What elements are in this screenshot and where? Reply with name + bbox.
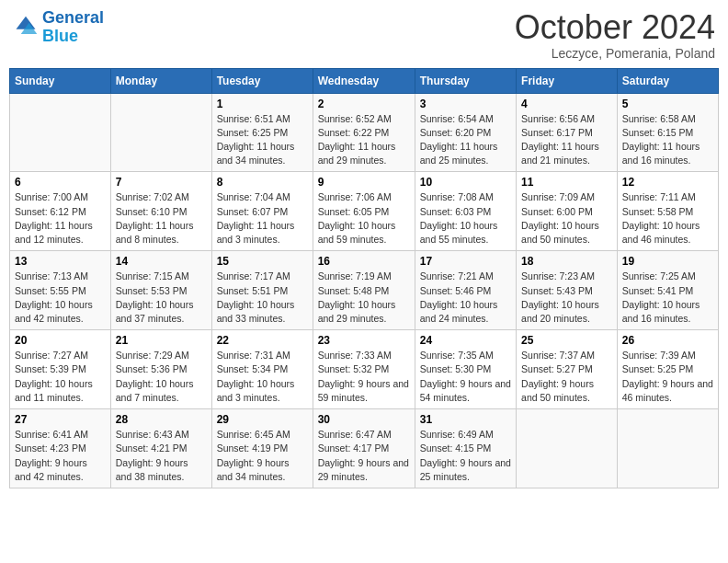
day-number: 21 bbox=[116, 334, 207, 347]
day-number: 19 bbox=[622, 255, 713, 268]
day-info: Sunrise: 6:41 AMSunset: 4:23 PMDaylight:… bbox=[15, 428, 106, 484]
month-title: October 2024 bbox=[515, 9, 715, 46]
day-number: 25 bbox=[521, 334, 612, 347]
day-number: 28 bbox=[116, 413, 207, 426]
day-number: 7 bbox=[116, 176, 207, 189]
title-block: October 2024 Leczyce, Pomerania, Poland bbox=[515, 9, 715, 61]
day-info: Sunrise: 6:58 AMSunset: 6:15 PMDaylight:… bbox=[622, 112, 713, 168]
calendar-week-row: 27Sunrise: 6:41 AMSunset: 4:23 PMDayligh… bbox=[10, 409, 719, 488]
calendar-cell: 10Sunrise: 7:08 AMSunset: 6:03 PMDayligh… bbox=[415, 172, 516, 251]
calendar-cell bbox=[10, 93, 111, 172]
calendar-table: SundayMondayTuesdayWednesdayThursdayFrid… bbox=[9, 68, 719, 488]
calendar-cell: 11Sunrise: 7:09 AMSunset: 6:00 PMDayligh… bbox=[517, 172, 618, 251]
calendar-cell: 24Sunrise: 7:35 AMSunset: 5:30 PMDayligh… bbox=[415, 330, 516, 409]
day-number: 30 bbox=[318, 413, 410, 426]
calendar-cell: 28Sunrise: 6:43 AMSunset: 4:21 PMDayligh… bbox=[110, 409, 211, 488]
day-info: Sunrise: 7:23 AMSunset: 5:43 PMDaylight:… bbox=[521, 270, 612, 326]
location-subtitle: Leczyce, Pomerania, Poland bbox=[515, 46, 715, 61]
day-number: 26 bbox=[622, 334, 713, 347]
day-number: 3 bbox=[420, 98, 511, 110]
day-number: 15 bbox=[217, 255, 308, 268]
day-number: 8 bbox=[217, 176, 308, 189]
calendar-cell: 27Sunrise: 6:41 AMSunset: 4:23 PMDayligh… bbox=[10, 409, 111, 488]
calendar-week-row: 13Sunrise: 7:13 AMSunset: 5:55 PMDayligh… bbox=[10, 251, 719, 330]
calendar-header-row: SundayMondayTuesdayWednesdayThursdayFrid… bbox=[10, 68, 719, 93]
calendar-cell bbox=[517, 409, 618, 488]
calendar-cell bbox=[110, 93, 211, 172]
day-info: Sunrise: 7:35 AMSunset: 5:30 PMDaylight:… bbox=[420, 349, 511, 405]
day-info: Sunrise: 6:52 AMSunset: 6:22 PMDaylight:… bbox=[318, 112, 410, 168]
calendar-cell: 9Sunrise: 7:06 AMSunset: 6:05 PMDaylight… bbox=[313, 172, 415, 251]
day-info: Sunrise: 7:39 AMSunset: 5:25 PMDaylight:… bbox=[622, 349, 713, 405]
calendar-cell: 4Sunrise: 6:56 AMSunset: 6:17 PMDaylight… bbox=[517, 93, 618, 172]
calendar-week-row: 1Sunrise: 6:51 AMSunset: 6:25 PMDaylight… bbox=[10, 93, 719, 172]
weekday-header: Saturday bbox=[617, 68, 718, 93]
day-number: 9 bbox=[318, 176, 410, 189]
day-number: 18 bbox=[521, 255, 612, 268]
calendar-cell: 23Sunrise: 7:33 AMSunset: 5:32 PMDayligh… bbox=[313, 330, 415, 409]
calendar-cell: 14Sunrise: 7:15 AMSunset: 5:53 PMDayligh… bbox=[110, 251, 211, 330]
day-number: 23 bbox=[318, 334, 410, 347]
svg-marker-0 bbox=[17, 17, 36, 29]
calendar-cell: 15Sunrise: 7:17 AMSunset: 5:51 PMDayligh… bbox=[211, 251, 313, 330]
calendar-cell: 12Sunrise: 7:11 AMSunset: 5:58 PMDayligh… bbox=[617, 172, 718, 251]
day-number: 16 bbox=[318, 255, 410, 268]
weekday-header: Friday bbox=[517, 68, 618, 93]
weekday-header: Monday bbox=[110, 68, 211, 93]
calendar-cell: 21Sunrise: 7:29 AMSunset: 5:36 PMDayligh… bbox=[110, 330, 211, 409]
calendar-cell: 7Sunrise: 7:02 AMSunset: 6:10 PMDaylight… bbox=[110, 172, 211, 251]
day-info: Sunrise: 7:11 AMSunset: 5:58 PMDaylight:… bbox=[622, 190, 713, 247]
calendar-cell bbox=[617, 409, 718, 488]
day-number: 11 bbox=[521, 176, 612, 189]
day-info: Sunrise: 6:45 AMSunset: 4:19 PMDaylight:… bbox=[217, 428, 308, 484]
day-info: Sunrise: 7:21 AMSunset: 5:46 PMDaylight:… bbox=[420, 270, 511, 326]
calendar-cell: 8Sunrise: 7:04 AMSunset: 6:07 PMDaylight… bbox=[211, 172, 313, 251]
day-number: 2 bbox=[318, 98, 410, 110]
day-info: Sunrise: 7:37 AMSunset: 5:27 PMDaylight:… bbox=[521, 349, 612, 405]
day-info: Sunrise: 7:29 AMSunset: 5:36 PMDaylight:… bbox=[116, 349, 207, 405]
day-info: Sunrise: 7:13 AMSunset: 5:55 PMDaylight:… bbox=[15, 270, 106, 326]
day-info: Sunrise: 7:33 AMSunset: 5:32 PMDaylight:… bbox=[318, 349, 410, 405]
day-number: 22 bbox=[217, 334, 308, 347]
weekday-header: Tuesday bbox=[211, 68, 313, 93]
day-number: 5 bbox=[622, 98, 713, 110]
logo-icon bbox=[13, 15, 39, 40]
day-number: 24 bbox=[420, 334, 511, 347]
day-number: 29 bbox=[217, 413, 308, 426]
weekday-header: Sunday bbox=[10, 68, 111, 93]
calendar-cell: 26Sunrise: 7:39 AMSunset: 5:25 PMDayligh… bbox=[617, 330, 718, 409]
day-info: Sunrise: 7:31 AMSunset: 5:34 PMDaylight:… bbox=[217, 349, 308, 405]
day-info: Sunrise: 7:27 AMSunset: 5:39 PMDaylight:… bbox=[15, 349, 106, 405]
day-info: Sunrise: 7:15 AMSunset: 5:53 PMDaylight:… bbox=[116, 270, 207, 326]
day-info: Sunrise: 7:06 AMSunset: 6:05 PMDaylight:… bbox=[318, 190, 410, 247]
calendar-cell: 19Sunrise: 7:25 AMSunset: 5:41 PMDayligh… bbox=[617, 251, 718, 330]
calendar-cell: 18Sunrise: 7:23 AMSunset: 5:43 PMDayligh… bbox=[517, 251, 618, 330]
calendar-cell: 17Sunrise: 7:21 AMSunset: 5:46 PMDayligh… bbox=[415, 251, 516, 330]
calendar-cell: 1Sunrise: 6:51 AMSunset: 6:25 PMDaylight… bbox=[211, 93, 313, 172]
calendar-cell: 6Sunrise: 7:00 AMSunset: 6:12 PMDaylight… bbox=[10, 172, 111, 251]
calendar-cell: 5Sunrise: 6:58 AMSunset: 6:15 PMDaylight… bbox=[617, 93, 718, 172]
calendar-cell: 20Sunrise: 7:27 AMSunset: 5:39 PMDayligh… bbox=[10, 330, 111, 409]
weekday-header: Wednesday bbox=[313, 68, 415, 93]
day-info: Sunrise: 6:54 AMSunset: 6:20 PMDaylight:… bbox=[420, 112, 511, 168]
day-info: Sunrise: 6:56 AMSunset: 6:17 PMDaylight:… bbox=[521, 112, 612, 168]
day-number: 27 bbox=[15, 413, 106, 426]
day-info: Sunrise: 7:25 AMSunset: 5:41 PMDaylight:… bbox=[622, 270, 713, 326]
calendar-week-row: 20Sunrise: 7:27 AMSunset: 5:39 PMDayligh… bbox=[10, 330, 719, 409]
day-number: 1 bbox=[217, 98, 308, 110]
day-info: Sunrise: 6:47 AMSunset: 4:17 PMDaylight:… bbox=[318, 428, 410, 484]
day-number: 14 bbox=[116, 255, 207, 268]
day-number: 4 bbox=[521, 98, 612, 110]
day-info: Sunrise: 6:49 AMSunset: 4:15 PMDaylight:… bbox=[420, 428, 511, 484]
day-number: 6 bbox=[15, 176, 106, 189]
day-info: Sunrise: 7:09 AMSunset: 6:00 PMDaylight:… bbox=[521, 190, 612, 247]
calendar-week-row: 6Sunrise: 7:00 AMSunset: 6:12 PMDaylight… bbox=[10, 172, 719, 251]
day-info: Sunrise: 7:04 AMSunset: 6:07 PMDaylight:… bbox=[217, 190, 308, 247]
day-number: 13 bbox=[15, 255, 106, 268]
calendar-cell: 31Sunrise: 6:49 AMSunset: 4:15 PMDayligh… bbox=[415, 409, 516, 488]
day-info: Sunrise: 7:17 AMSunset: 5:51 PMDaylight:… bbox=[217, 270, 308, 326]
day-info: Sunrise: 6:43 AMSunset: 4:21 PMDaylight:… bbox=[116, 428, 207, 484]
calendar-cell: 25Sunrise: 7:37 AMSunset: 5:27 PMDayligh… bbox=[517, 330, 618, 409]
day-info: Sunrise: 7:19 AMSunset: 5:48 PMDaylight:… bbox=[318, 270, 410, 326]
day-number: 31 bbox=[420, 413, 511, 426]
